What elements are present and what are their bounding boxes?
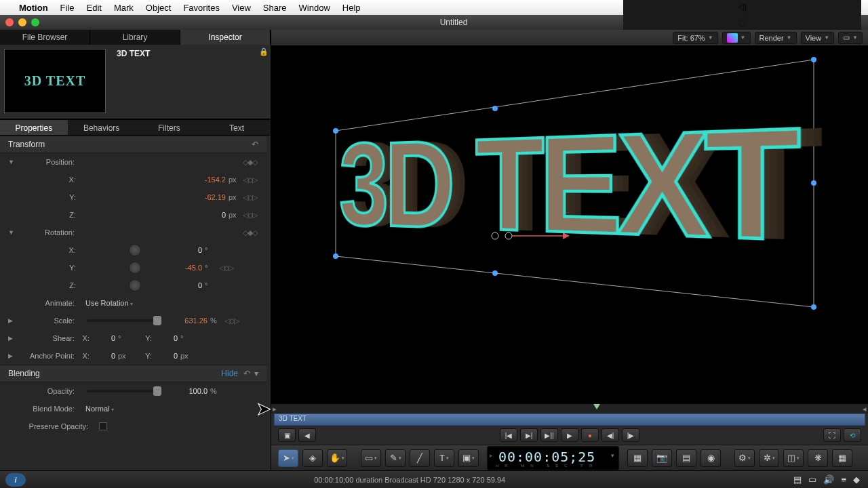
keyframe-scale[interactable]: ◁◇▷ [221,317,241,325]
mute-button[interactable]: ◀ [298,428,316,442]
select-tool[interactable]: ➤ [278,449,298,467]
tab-properties[interactable]: Properties [0,120,68,135]
hide-link[interactable]: Hide [221,369,238,378]
menu-help[interactable]: Help [342,3,361,13]
menu-mark[interactable]: Mark [114,3,134,13]
shear-y-value[interactable]: 0 [157,334,178,342]
rot-x-value[interactable]: 0 [161,246,202,254]
minimize-button[interactable] [18,18,26,26]
close-button[interactable] [5,18,14,26]
preserve-opacity-checkbox[interactable] [99,422,107,430]
keyframe-position[interactable]: ◇◆◇ [239,158,260,167]
go-to-end-marker[interactable]: ◂ [863,405,867,413]
reset-icon[interactable]: ↶ [243,369,250,378]
render-popup[interactable]: Render▼ [755,32,797,44]
keyframe-pos-y[interactable]: ◁◇▷ [239,193,260,202]
keyframe-pos-x[interactable]: ◁◇▷ [239,176,260,184]
pen-tool[interactable]: ✎ [385,449,406,467]
lock-icon[interactable]: 🔒 [257,45,271,119]
prev-frame-button[interactable]: ▶| [520,428,538,442]
camera-button[interactable]: 📷 [652,449,672,467]
next-frame-button[interactable]: ▶|| [540,428,558,442]
replicator-button[interactable]: ▦ [832,449,852,467]
media-icon[interactable]: ▭ [808,474,816,485]
tab-text[interactable]: Text [203,120,271,135]
opacity-slider[interactable] [87,390,161,392]
3d-transform-tool[interactable]: ◈ [302,449,323,467]
light-button[interactable]: ▤ [676,449,696,467]
transform-section-header[interactable]: Transform ↶ [0,136,267,153]
go-to-start-button[interactable]: |◀ [500,428,517,442]
keyframe-rotation[interactable]: ◇◆◇ [239,228,260,237]
tab-library[interactable]: Library [90,30,180,45]
timeline-clip[interactable]: 3D TEXT [274,413,865,426]
step-back-button[interactable]: ◀| [601,428,619,442]
line-tool[interactable]: ╱ [410,449,430,467]
zoom-button[interactable] [31,18,39,26]
audio-icon[interactable]: 🔊 [823,474,834,485]
rot-y-value[interactable]: -45.0 [161,264,202,272]
fullscreen-button[interactable]: ⛶ [823,428,841,442]
menu-file[interactable]: File [60,3,75,13]
record-button[interactable]: ● [581,428,599,442]
fit-popup[interactable]: Fit: 67%▼ [673,32,717,44]
playhead[interactable] [593,404,600,409]
keyframe-editor-icon[interactable]: ◆ [853,474,860,485]
rot-y-dial[interactable] [129,262,141,274]
canvas[interactable]: 3D TEXT [271,46,868,403]
step-forward-button[interactable]: |▶ [622,428,639,442]
opacity-value[interactable]: 100.0 [167,387,208,395]
particles-button[interactable]: ❋ [808,449,828,467]
loop-button[interactable]: ⟲ [844,428,861,442]
layers-icon[interactable]: ▤ [793,474,802,485]
generator-button[interactable]: ◉ [701,449,721,467]
app-menu[interactable]: Motion [19,3,48,13]
timecode-display[interactable]: 00:00:05;25 HR MN SEC FR [487,446,619,470]
shear-x-value[interactable]: 0 [95,334,115,342]
menu-favorites[interactable]: Favorites [183,3,219,13]
go-to-start-marker[interactable]: ▸ [273,405,277,413]
rot-x-dial[interactable] [129,244,141,256]
tab-file-browser[interactable]: File Browser [0,30,90,45]
mask-tool[interactable]: ▣ [458,449,479,467]
disclosure-rotation[interactable]: ▼ [8,229,14,236]
rot-z-value[interactable]: 0 [161,281,202,289]
timeline-icon[interactable]: ≡ [841,474,846,485]
keyframe-rot-y[interactable]: ◁◇▷ [216,264,236,272]
rectangle-tool[interactable]: ▭ [361,449,381,467]
scale-value[interactable]: 631.26 [167,317,208,325]
menu-window[interactable]: Window [299,3,330,13]
menu-view[interactable]: View [232,3,251,13]
play-from-start-button[interactable]: ▣ [278,428,296,442]
disclosure-shear[interactable]: ▶ [8,335,13,342]
menu-share[interactable]: Share [263,3,287,13]
view-popup[interactable]: View▼ [801,32,835,44]
tab-behaviors[interactable]: Behaviors [68,120,136,135]
hud-button[interactable]: ▦ [627,449,648,467]
scale-slider[interactable] [87,319,161,322]
rot-z-dial[interactable] [129,279,141,291]
filters-menu[interactable]: ◫ [783,449,804,467]
blending-section-header[interactable]: Blending Hide ↶ ▾ [0,365,267,382]
pan-tool[interactable]: ✋ [327,449,347,467]
animate-popup[interactable]: Use Rotation [81,299,133,307]
section-menu-icon[interactable]: ▾ [254,369,258,378]
anchor-y-value[interactable]: 0 [157,352,178,360]
tab-filters[interactable]: Filters [136,120,203,135]
reset-icon[interactable]: ↶ [252,140,258,149]
timeline-ruler[interactable]: ▸ ◂ [271,404,868,413]
play-button[interactable]: ▶ [561,428,578,442]
layout-popup[interactable]: ▭▼ [838,32,863,44]
volume-icon[interactable]: ◁) [738,2,747,12]
blendmode-popup[interactable]: Normal [81,405,114,413]
color-channel-popup[interactable]: ▼ [722,32,751,44]
disclosure-position[interactable]: ▼ [8,159,14,165]
disclosure-scale[interactable]: ▶ [8,317,13,324]
text-tool[interactable]: T [434,449,454,467]
menu-object[interactable]: Object [146,3,172,13]
behaviors-menu[interactable]: ✲ [759,449,779,467]
tab-inspector[interactable]: Inspector [180,30,271,45]
pos-x-value[interactable]: -154.2 [185,176,226,184]
disclosure-anchor[interactable]: ▶ [8,352,13,359]
gear-menu[interactable]: ⚙ [734,449,755,467]
